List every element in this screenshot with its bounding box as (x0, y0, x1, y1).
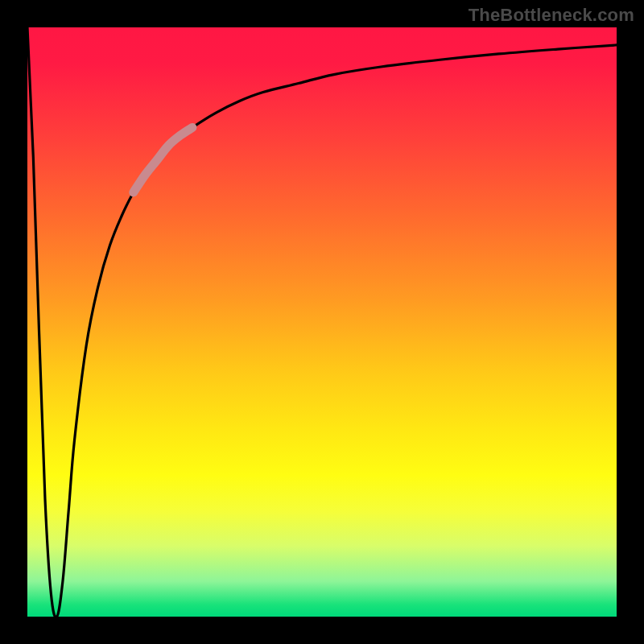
plot-area (27, 27, 617, 617)
highlight-segment (134, 127, 192, 192)
watermark-text: TheBottleneck.com (469, 5, 634, 26)
chart-frame: TheBottleneck.com (0, 0, 644, 644)
curve-layer (27, 27, 617, 617)
bottleneck-curve (27, 27, 617, 617)
